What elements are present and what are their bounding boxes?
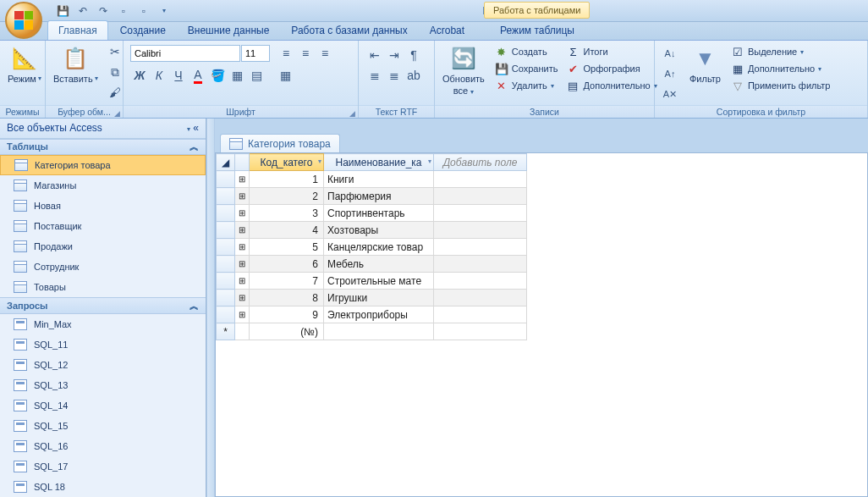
table-row[interactable]: ⊞2Парфюмерия: [217, 188, 527, 205]
cell-id[interactable]: 6: [250, 256, 324, 273]
cell-empty[interactable]: [434, 222, 527, 239]
nav-item-table[interactable]: Товары: [0, 277, 206, 297]
expand-icon[interactable]: ⊞: [235, 256, 250, 273]
expand-icon[interactable]: ⊞: [235, 188, 250, 205]
table-row[interactable]: ⊞7Строительные мате: [217, 273, 527, 290]
nav-group-queries[interactable]: Запросы︽: [0, 297, 206, 314]
table-row[interactable]: ⊞3Спортинвентарь: [217, 205, 527, 222]
expand-icon[interactable]: ⊞: [235, 239, 250, 256]
cell-empty[interactable]: [434, 188, 527, 205]
cell-name[interactable]: Строительные мате: [324, 273, 434, 290]
more-button[interactable]: ▤Дополнительно ▾: [563, 78, 659, 93]
nav-item-query[interactable]: SQL_13: [0, 375, 206, 395]
advanced-button[interactable]: ▦Дополнительно ▾: [728, 61, 833, 76]
cell-name[interactable]: Книги: [324, 171, 434, 188]
gridlines-icon[interactable]: ▦: [228, 66, 246, 85]
cell-name[interactable]: Спортинвентарь: [324, 205, 434, 222]
nav-header[interactable]: Все объекты Access▾ «: [0, 119, 206, 139]
nav-item-query[interactable]: SQL 18: [0, 477, 206, 497]
table-row[interactable]: ⊞5Канцелярские товар: [217, 239, 527, 256]
align-center-icon[interactable]: ≡: [296, 44, 315, 63]
add-field-column[interactable]: Добавить поле: [434, 154, 527, 171]
gridlines2-icon[interactable]: ▦: [276, 66, 294, 85]
italic-icon[interactable]: К: [150, 66, 168, 85]
indent-inc-icon[interactable]: ⇥: [385, 46, 404, 64]
cell-id[interactable]: 8: [250, 290, 324, 306]
table-row[interactable]: ⊞8Игрушки: [217, 290, 527, 306]
bold-icon[interactable]: Ж: [130, 66, 149, 85]
numbering-icon[interactable]: ≣: [385, 66, 404, 85]
table-row[interactable]: ⊞9Электроприборы: [217, 306, 527, 323]
tab-external[interactable]: Внешние данные: [178, 21, 280, 40]
selection-button[interactable]: ☑Выделение ▾: [728, 44, 833, 59]
cell-id[interactable]: 4: [250, 222, 324, 239]
fill-color-icon[interactable]: 🪣: [208, 66, 227, 85]
tab-home[interactable]: Главная: [47, 20, 108, 40]
chevron-down-icon[interactable]: ▾: [318, 157, 321, 165]
cell-id[interactable]: 3: [250, 205, 324, 222]
select-all-cell[interactable]: ◢: [217, 154, 235, 171]
indent-dec-icon[interactable]: ⇤: [365, 46, 384, 64]
highlight-icon[interactable]: ab: [404, 66, 423, 85]
nav-item-table[interactable]: Магазины: [0, 175, 206, 196]
redo-icon[interactable]: ↷: [96, 4, 110, 18]
collapse-icon[interactable]: ︽: [190, 300, 199, 312]
expand-icon[interactable]: ⊞: [235, 171, 250, 188]
cell-id[interactable]: 9: [250, 306, 324, 323]
nav-item-query[interactable]: SQL_14: [0, 395, 206, 416]
column-header-id[interactable]: Код_катего▾: [250, 154, 324, 171]
cell-name-new[interactable]: [324, 323, 434, 340]
nav-item-table[interactable]: Новая: [0, 196, 206, 216]
row-selector[interactable]: [217, 306, 235, 323]
nav-item-query[interactable]: SQL_12: [0, 355, 206, 375]
nav-item-table[interactable]: Продажи: [0, 236, 206, 257]
format-painter-icon[interactable]: 🖌: [106, 83, 124, 102]
nav-item-query[interactable]: Min_Max: [0, 314, 206, 334]
new-row[interactable]: *(№): [217, 323, 527, 340]
font-name-input[interactable]: [130, 45, 240, 62]
cell-name[interactable]: Канцелярские товар: [324, 239, 434, 256]
chevron-down-icon[interactable]: ▾: [428, 157, 431, 165]
cell-empty[interactable]: [434, 256, 527, 273]
sort-asc-icon[interactable]: A↓: [661, 44, 679, 63]
filter-button[interactable]: ▼Фильтр: [685, 42, 725, 86]
delete-record-button[interactable]: ✕Удалить ▾: [492, 78, 561, 93]
nav-item-table[interactable]: Категория товара: [0, 155, 206, 175]
nav-item-table[interactable]: Поставщик: [0, 216, 206, 236]
expand-icon[interactable]: ⊞: [235, 222, 250, 239]
view-button[interactable]: 📐Режим▾: [3, 42, 46, 86]
font-color-icon[interactable]: A: [189, 66, 207, 85]
save-icon[interactable]: 💾: [56, 4, 69, 18]
undo-icon[interactable]: ↶: [76, 4, 90, 18]
cell-id[interactable]: 5: [250, 239, 324, 256]
chevron-down-icon[interactable]: ▾: [187, 125, 190, 133]
qat-icon[interactable]: ▫: [117, 4, 130, 18]
cell-id[interactable]: 7: [250, 273, 324, 290]
data-table[interactable]: ◢ Код_катего▾ Наименование_ка▾ Добавить …: [216, 153, 527, 340]
copy-icon[interactable]: ⧉: [106, 63, 124, 81]
tab-create[interactable]: Создание: [110, 21, 176, 40]
expand-icon[interactable]: ⊞: [235, 306, 250, 323]
cell-empty[interactable]: [434, 290, 527, 306]
cell-name[interactable]: Игрушки: [324, 290, 434, 306]
cell-empty[interactable]: [434, 323, 527, 340]
row-selector[interactable]: [217, 290, 235, 306]
cell-name[interactable]: Парфюмерия: [324, 188, 434, 205]
refresh-button[interactable]: 🔄Обновитьвсе ▾: [438, 42, 489, 99]
row-selector[interactable]: [217, 171, 235, 188]
cell-id[interactable]: 1: [250, 171, 324, 188]
expand-icon[interactable]: ⊞: [235, 290, 250, 306]
align-right-icon[interactable]: ≡: [316, 44, 334, 63]
table-row[interactable]: ⊞1Книги: [217, 171, 527, 188]
sort-desc-icon[interactable]: A↑: [661, 64, 679, 83]
font-size-input[interactable]: [241, 45, 270, 62]
nav-item-query[interactable]: SQL_15: [0, 416, 206, 436]
nav-item-query[interactable]: SQL_11: [0, 334, 206, 355]
align-left-icon[interactable]: ≡: [277, 44, 295, 63]
column-header-name[interactable]: Наименование_ка▾: [324, 154, 434, 171]
paste-button[interactable]: 📋Вставить▾: [49, 42, 102, 86]
row-selector[interactable]: [217, 256, 235, 273]
row-selector[interactable]: [217, 188, 235, 205]
nav-item-table[interactable]: Сотрудник: [0, 257, 206, 277]
cell-empty[interactable]: [434, 205, 527, 222]
